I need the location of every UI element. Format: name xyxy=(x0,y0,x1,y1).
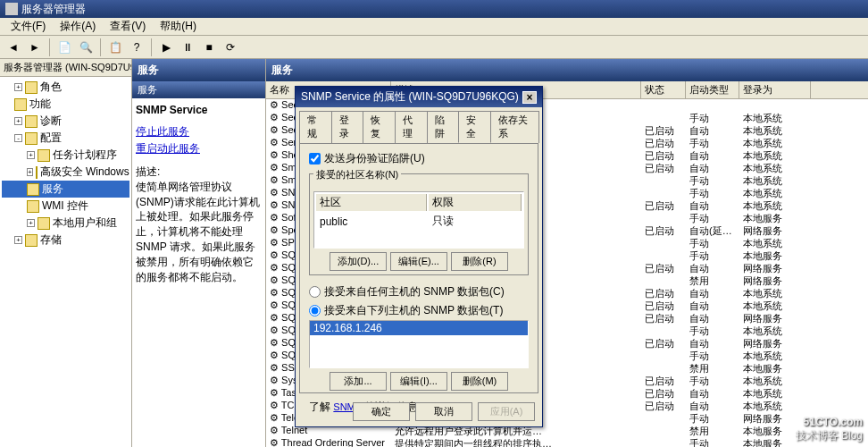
tab-deps[interactable]: 依存关系 xyxy=(490,111,539,143)
send-auth-trap-input[interactable] xyxy=(309,153,321,164)
pause-button[interactable]: ⏸ xyxy=(178,38,197,57)
host-remove-button[interactable]: 删除(M) xyxy=(451,372,508,391)
community-list[interactable]: 社区权限 public只读 xyxy=(313,191,524,249)
col-start[interactable]: 启动类型 xyxy=(686,81,739,98)
close-icon[interactable]: × xyxy=(522,91,537,104)
tab-agent[interactable]: 代理 xyxy=(395,111,428,143)
properties-button[interactable]: 📄 xyxy=(54,38,74,57)
tree-pane: 服务器管理器 (WIN-SQ9D7U96KQ +角色 功能 +诊断 -配置 +任… xyxy=(0,59,132,447)
radio-any-host[interactable]: 接受来自任何主机的 SNMP 数据包(C) xyxy=(309,283,529,301)
host-edit-button[interactable]: 编辑(I)... xyxy=(390,372,447,391)
forward-button[interactable]: ► xyxy=(25,38,45,57)
community-add-button[interactable]: 添加(D)... xyxy=(330,252,387,271)
back-button[interactable]: ◄ xyxy=(4,38,23,57)
window-titlebar: 服务器管理器 xyxy=(0,0,868,18)
export-button[interactable]: 📋 xyxy=(105,38,125,57)
tree-diag[interactable]: +诊断 xyxy=(2,113,129,130)
stop-button[interactable]: ■ xyxy=(199,38,219,57)
community-edit-button[interactable]: 编辑(E)... xyxy=(390,252,447,271)
host-list[interactable]: 192.168.1.246 xyxy=(309,320,529,368)
ok-button[interactable]: 确定 xyxy=(353,402,410,421)
apply-button[interactable]: 应用(A) xyxy=(478,402,535,421)
tree-config[interactable]: -配置 xyxy=(2,130,129,147)
community-remove-button[interactable]: 删除(R) xyxy=(451,252,508,271)
dialog-title: SNMP Service 的属性 (WIN-SQ9D7U96KQG) xyxy=(301,89,519,105)
tab-general[interactable]: 常规 xyxy=(299,111,332,143)
tree-services[interactable]: 服务 xyxy=(2,181,129,198)
community-row[interactable]: public只读 xyxy=(316,213,522,230)
tab-recovery[interactable]: 恢复 xyxy=(363,111,396,143)
tree-wmi[interactable]: WMI 控件 xyxy=(2,198,129,215)
actions-header: 服务 xyxy=(132,59,265,81)
properties-dialog: SNMP Service 的属性 (WIN-SQ9D7U96KQG) × 常规 … xyxy=(295,86,543,427)
desc-text: 使简单网络管理协议(SNMP)请求能在此计算机上被处理。如果此服务停止，计算机将… xyxy=(136,180,262,285)
table-row[interactable]: ⚙ Thread Ordering Server提供特定期间内一组线程的排序执…… xyxy=(266,437,868,447)
tree-tasksched[interactable]: +任务计划程序 xyxy=(2,147,129,164)
toolbar: ◄ ► 📄 🔍 📋 ? ▶ ⏸ ■ ⟳ xyxy=(0,36,868,59)
stop-link[interactable]: 停止此服务 xyxy=(136,123,262,140)
actions-pane: 服务 服务 SNMP Service 停止此服务 重启动此服务 描述: 使简单网… xyxy=(132,59,266,447)
community-group-label: 接受的社区名称(N) xyxy=(313,168,401,181)
restart-button[interactable]: ⟳ xyxy=(221,38,240,57)
send-auth-trap-checkbox[interactable]: 发送身份验证陷阱(U) xyxy=(309,151,529,166)
help-button[interactable]: ? xyxy=(127,38,146,57)
tab-security[interactable]: 安全 xyxy=(458,111,491,143)
menu-view[interactable]: 查看(V) xyxy=(103,17,153,36)
tab-logon[interactable]: 登录 xyxy=(331,111,364,143)
window-title: 服务器管理器 xyxy=(21,2,86,17)
menubar: 文件(F) 操作(A) 查看(V) 帮助(H) xyxy=(0,18,868,36)
menu-action[interactable]: 操作(A) xyxy=(53,17,103,36)
tree-roles[interactable]: +角色 xyxy=(2,79,129,96)
radio-host-list[interactable]: 接受来自下列主机的 SNMP 数据包(T) xyxy=(309,301,529,320)
list-title: 服务 xyxy=(266,59,868,81)
host-item[interactable]: 192.168.1.246 xyxy=(310,321,528,335)
play-button[interactable]: ▶ xyxy=(156,38,176,57)
menu-file[interactable]: 文件(F) xyxy=(4,17,53,36)
selected-service-name: SNMP Service xyxy=(132,98,265,122)
tree-features[interactable]: 功能 xyxy=(2,96,129,113)
desc-label: 描述: xyxy=(136,164,262,180)
menu-help[interactable]: 帮助(H) xyxy=(153,17,204,36)
tab-traps[interactable]: 陷阱 xyxy=(427,111,460,143)
host-add-button[interactable]: 添加... xyxy=(330,372,387,391)
tree-localusers[interactable]: +本地用户和组 xyxy=(2,215,129,232)
restart-link[interactable]: 重启动此服务 xyxy=(136,140,262,157)
app-icon xyxy=(5,3,18,15)
cancel-button[interactable]: 取消 xyxy=(415,402,472,421)
tree-header: 服务器管理器 (WIN-SQ9D7U96KQ xyxy=(0,59,131,77)
tree-storage[interactable]: +存储 xyxy=(2,232,129,249)
col-state[interactable]: 状态 xyxy=(641,81,686,98)
actions-sub: 服务 xyxy=(132,81,265,98)
col-logon[interactable]: 登录为 xyxy=(739,81,811,98)
tree-firewall[interactable]: +高级安全 Windows 防火墙 xyxy=(2,164,129,181)
refresh-button[interactable]: 🔍 xyxy=(76,38,96,57)
